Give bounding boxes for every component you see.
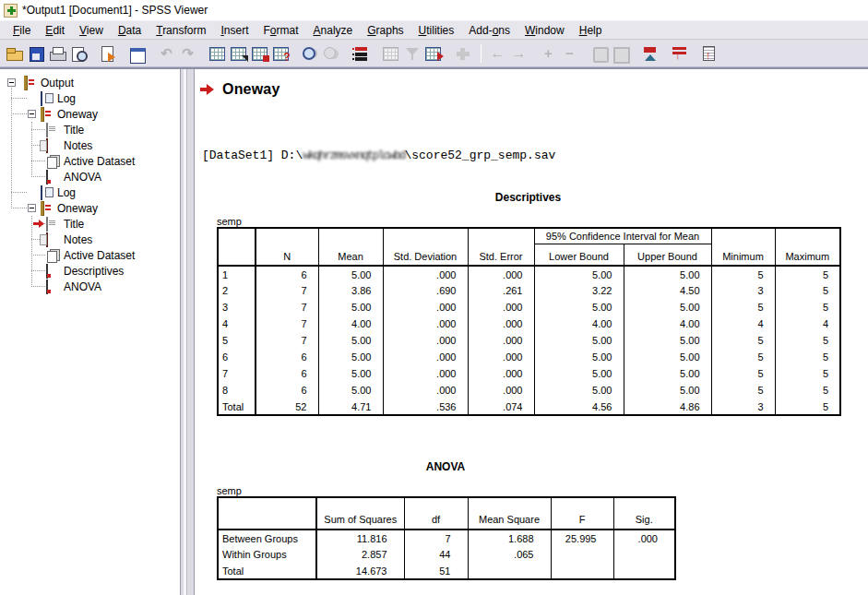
row-label: 1 — [218, 266, 256, 282]
plus-icon — [540, 45, 558, 62]
outline-size-button[interactable] — [698, 43, 719, 64]
outline-item-label: Notes — [64, 139, 92, 152]
menu-data[interactable]: Data — [111, 22, 149, 39]
find-button[interactable] — [300, 43, 321, 64]
oneway-heading[interactable]: Oneway — [200, 81, 280, 98]
cell-value: 5.00 — [534, 332, 624, 349]
cell-value: 3 — [711, 282, 775, 299]
dataset-path-line[interactable]: [DataSet1] D:\wkqhrzmsvxnqtplcwbd\score5… — [202, 149, 555, 162]
outline-item-label: Log — [57, 186, 76, 199]
outline-item-active-dataset[interactable]: Active Dataset — [0, 247, 180, 263]
outline-item-notes[interactable]: Notes — [0, 137, 180, 153]
menu-help[interactable]: Help — [572, 22, 610, 39]
dataset-obscured-path: wkqhrzmsvxnqtplcwbd — [303, 149, 404, 162]
collapse-expander-icon[interactable] — [7, 78, 16, 87]
insert-pivot-table-button — [380, 43, 401, 64]
print-preview-button[interactable] — [67, 43, 89, 64]
collapse-expander-icon[interactable] — [28, 204, 36, 212]
menu-edit[interactable]: Edit — [38, 22, 72, 39]
outline-item-title[interactable]: Title — [0, 122, 180, 137]
pivot-gray-icon — [382, 45, 400, 62]
cell-value: 5.00 — [318, 266, 383, 282]
cell-value: 4 — [711, 315, 775, 332]
column-header — [218, 228, 256, 266]
menu-graphs[interactable]: Graphs — [360, 22, 410, 39]
insert-chart-button[interactable] — [422, 43, 444, 64]
menu-insert[interactable]: Insert — [213, 22, 256, 39]
cell-value: 1.688 — [468, 530, 551, 546]
menu-window[interactable]: Window — [517, 22, 572, 39]
title-bar: *Output1 [Document1] - SPSS Viewer — [0, 0, 868, 20]
outline-item-label: Title — [64, 218, 84, 231]
variables-question-icon — [272, 45, 291, 62]
row-label: Within Groups — [218, 546, 316, 563]
column-header — [218, 497, 316, 530]
book-icon — [24, 76, 28, 90]
cell-value: .000 — [468, 349, 534, 365]
save-button[interactable] — [25, 43, 46, 64]
outline-item-oneway[interactable]: Oneway — [0, 200, 180, 216]
anova-table[interactable]: Sum of SquaresdfMean SquareFSig.Between … — [217, 496, 676, 580]
goto-table-button[interactable] — [207, 43, 228, 64]
column-header: Mean — [318, 228, 383, 266]
cell-value: .000 — [468, 382, 534, 399]
window-title: *Output1 [Document1] - SPSS Viewer — [22, 4, 208, 17]
menu-analyze[interactable]: Analyze — [306, 22, 361, 39]
outline-item-anova[interactable]: ANOVA — [0, 279, 180, 294]
row-label: 8 — [218, 382, 256, 399]
outline-item-output[interactable]: Output — [0, 75, 180, 90]
demote-button[interactable] — [639, 43, 660, 64]
goto-data-button[interactable] — [228, 43, 249, 64]
print-button[interactable] — [46, 43, 67, 64]
cell-value: 5.00 — [318, 349, 383, 365]
collapse-expander-icon[interactable] — [28, 110, 36, 118]
log-icon — [41, 91, 42, 106]
outline-item-title[interactable]: Title — [0, 216, 180, 232]
row-label: 3 — [218, 299, 256, 315]
grid-table-icon — [208, 45, 227, 62]
cell-value: 5.00 — [624, 332, 711, 349]
circles-find-icon — [302, 45, 320, 62]
outline-item-log[interactable]: Log — [0, 184, 180, 200]
cell-value: 5 — [711, 382, 775, 399]
table-row: Within Groups2.85744.065 — [218, 546, 675, 563]
menu-format[interactable]: Format — [256, 22, 306, 39]
promote-button[interactable] — [669, 43, 690, 64]
cell-value: 4.56 — [534, 399, 624, 415]
cell-value: 5 — [711, 349, 775, 365]
menu-add-ons[interactable]: Add-ons — [461, 22, 517, 39]
column-header: F — [551, 497, 613, 530]
cell-value: .000 — [383, 365, 468, 382]
insert-object-button — [452, 43, 473, 64]
menu-file[interactable]: File — [6, 22, 38, 39]
outline-item-log[interactable]: Log — [0, 90, 180, 106]
outline-item-anova[interactable]: ANOVA — [0, 169, 180, 184]
plus-cross-icon — [454, 45, 472, 62]
pane-splitter[interactable] — [181, 69, 195, 595]
column-header: 95% Confidence Interval for Mean — [534, 228, 711, 244]
outline-item-descriptives[interactable]: Descriptives — [0, 263, 180, 279]
variables-button[interactable] — [270, 43, 291, 64]
log-icon — [41, 185, 42, 200]
outline-item-oneway[interactable]: Oneway — [0, 106, 180, 122]
menu-utilities[interactable]: Utilities — [411, 22, 462, 39]
open-button[interactable] — [4, 43, 25, 64]
select-last-output-button[interactable] — [351, 43, 372, 64]
descriptives-table[interactable]: NMeanStd. DeviationStd. Error95% Confide… — [217, 227, 841, 416]
table-icon — [46, 280, 48, 294]
cell-value: 5 — [775, 349, 840, 365]
cell-value: 44 — [404, 546, 468, 563]
outline-panel: OutputLogOnewayTitleNotesActive DatasetA… — [0, 69, 181, 595]
column-header: Maximum — [775, 228, 840, 266]
cell-value: 5 — [711, 332, 775, 349]
goto-case-button[interactable] — [249, 43, 270, 64]
cell-value: 5 — [775, 332, 840, 349]
export-output-button[interactable] — [97, 43, 118, 64]
outline-item-active-dataset[interactable]: Active Dataset — [0, 153, 180, 169]
cell-value: 3 — [711, 399, 775, 415]
menu-transform[interactable]: Transform — [149, 22, 213, 39]
recall-dialog-button[interactable] — [126, 43, 148, 64]
menu-view[interactable]: View — [72, 22, 111, 39]
cell-value: 51 — [404, 563, 468, 579]
outline-item-notes[interactable]: Notes — [0, 232, 180, 247]
